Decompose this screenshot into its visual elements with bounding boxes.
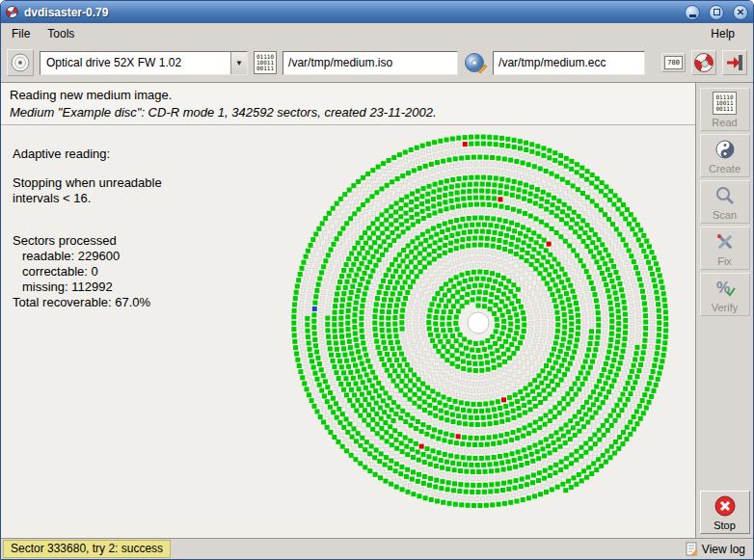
verify-button[interactable]: % Verify: [700, 273, 750, 316]
menu-help[interactable]: Help: [702, 25, 743, 42]
stop-condition-line2: intervals < 16.: [13, 191, 162, 206]
minimize-icon: [689, 14, 696, 17]
sectors-processed-label: Sectors processed: [13, 233, 162, 249]
quit-icon: [725, 53, 744, 72]
fix-button[interactable]: Fix: [700, 227, 750, 270]
create-button[interactable]: Create: [700, 134, 750, 177]
scan-button[interactable]: Scan: [700, 180, 750, 224]
view-log-label: View log: [702, 543, 745, 556]
drive-combobox[interactable]: Optical drive 52X FW 1.02 ▼: [40, 51, 248, 75]
menu-file[interactable]: File: [3, 25, 39, 42]
log-page-icon: [686, 542, 698, 556]
title-bar[interactable]: dvdisaster-0.79 ✕: [1, 1, 753, 23]
toolbar: Optical drive 52X FW 1.02 ▼ 01110 10011 …: [1, 43, 753, 82]
status-header: Reading new medium image. Medium "Exampl…: [1, 83, 695, 125]
yin-yang-icon: [714, 138, 737, 161]
missing-count: missing: 112992: [13, 280, 162, 295]
correctable-count: correctable: 0: [13, 264, 162, 280]
stop-icon: [714, 494, 737, 518]
help-button[interactable]: [691, 50, 716, 75]
content-panel: Reading new medium image. Medium "Exampl…: [1, 82, 695, 538]
action-sidebar: 01110 10011 00111 Read Create: [695, 82, 753, 538]
iso-path-input[interactable]: /var/tmp/medium.iso: [283, 51, 458, 75]
sector-spiral-canvas: [281, 125, 676, 520]
visualization-area: Adaptive reading: Stopping when unreadab…: [1, 125, 695, 538]
maximize-button[interactable]: [709, 5, 724, 20]
drive-icon: [10, 52, 31, 73]
app-icon: [6, 6, 18, 18]
ecc-path-input[interactable]: /var/tmp/medium.ecc: [493, 51, 645, 75]
adaptive-reading-label: Adaptive reading:: [13, 147, 162, 162]
tools-icon: [714, 230, 737, 253]
stop-button[interactable]: Stop: [700, 491, 750, 534]
menu-bar: File Tools Help: [1, 23, 753, 43]
scan-button-label: Scan: [713, 209, 737, 221]
app-window: dvdisaster-0.79 ✕ File Tools Help Optica…: [0, 0, 754, 560]
readable-count: readable: 229600: [13, 249, 162, 264]
chevron-down-icon[interactable]: ▼: [230, 52, 247, 74]
reading-info: Adaptive reading: Stopping when unreadab…: [13, 147, 162, 310]
quit-button[interactable]: [722, 50, 747, 75]
lifesaver-help-icon: [694, 53, 714, 72]
minimize-button[interactable]: [685, 5, 700, 20]
read-button-label: Read: [712, 117, 737, 128]
view-log-button[interactable]: View log: [686, 542, 745, 556]
create-button-label: Create: [709, 163, 741, 174]
status-message: Sector 333680, try 2: success: [3, 540, 171, 558]
ecc-file-icon: [464, 51, 487, 74]
magnifier-icon: [714, 184, 737, 207]
fix-button-label: Fix: [717, 255, 732, 267]
status-bar: Sector 333680, try 2: success View log: [1, 538, 753, 559]
verify-percent-icon: %: [714, 277, 737, 300]
verify-button-label: Verify: [712, 302, 739, 313]
close-button[interactable]: ✕: [733, 5, 748, 20]
menu-tools[interactable]: Tools: [39, 25, 83, 42]
total-recoverable: Total recoverable: 67.0%: [13, 295, 162, 310]
preferences-button[interactable]: 780: [661, 53, 686, 72]
drive-combobox-value: Optical drive 52X FW 1.02: [40, 56, 230, 69]
operation-title: Reading new medium image.: [10, 88, 687, 102]
read-button[interactable]: 01110 10011 00111 Read: [700, 88, 750, 131]
window-title: dvdisaster-0.79: [24, 6, 676, 19]
stop-button-label: Stop: [714, 520, 736, 531]
main-area: Reading new medium image. Medium "Exampl…: [1, 82, 753, 538]
medium-description: Medium "Example disc": CD-R mode 1, 3425…: [10, 105, 687, 120]
image-file-icon: 01110 10011 00111: [254, 51, 277, 74]
read-icon: 01110 10011 00111: [713, 92, 736, 115]
stop-condition-line1: Stopping when unreadable: [13, 175, 162, 191]
preferences-icon: 780: [664, 56, 683, 69]
close-icon: ✕: [737, 8, 744, 17]
drive-select-button[interactable]: [7, 49, 34, 76]
maximize-icon: [714, 9, 720, 15]
